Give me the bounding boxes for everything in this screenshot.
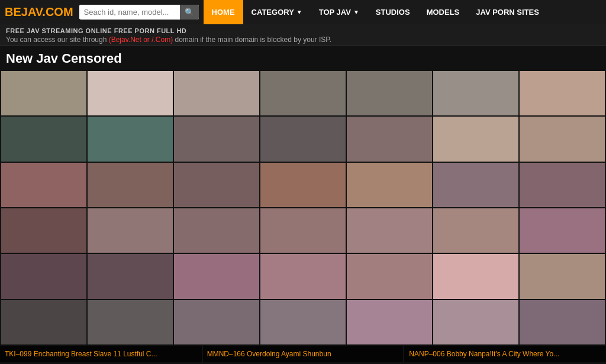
bottom-title-item[interactable]: NANP–006 Bobby Nanpa!It's A City Where Y… [404, 346, 606, 362]
banner-sub-text: You can access our site through (Bejav.N… [6, 36, 600, 44]
mosaic-cell[interactable] [260, 208, 346, 253]
mosaic-cell[interactable] [433, 163, 518, 207]
bottom-title-item[interactable]: MMND–166 Overdoing Ayami Shunbun [202, 346, 405, 362]
mosaic-cell[interactable] [260, 71, 346, 115]
mosaic-cell[interactable] [260, 300, 346, 344]
mosaic-cell[interactable] [1, 117, 86, 161]
mosaic-cell[interactable] [433, 300, 518, 344]
bottom-titles-bar: TKI–099 Enchanting Breast Slave 11 Lustf… [0, 346, 606, 362]
mosaic-cell[interactable] [1, 208, 86, 253]
search-wrap: 🔍 [79, 5, 199, 20]
chevron-down-icon: ▼ [296, 9, 302, 15]
mosaic-cell[interactable] [174, 208, 259, 253]
mosaic-cell[interactable] [433, 208, 518, 253]
search-input[interactable] [79, 5, 180, 19]
mosaic-cell[interactable] [174, 254, 259, 298]
mosaic-grid [0, 70, 606, 346]
mosaic-cell[interactable] [88, 254, 173, 298]
mosaic-cell[interactable] [347, 254, 432, 298]
mosaic-cell[interactable] [433, 254, 518, 298]
mosaic-cell[interactable] [433, 117, 518, 161]
mosaic-cell[interactable] [347, 163, 432, 207]
chevron-down-icon: ▼ [353, 9, 359, 15]
mosaic-cell[interactable] [174, 117, 259, 161]
mosaic-cell[interactable] [1, 300, 86, 344]
mosaic-cell[interactable] [260, 163, 346, 207]
mosaic-cell[interactable] [520, 71, 605, 115]
content-area: TKI–099 Enchanting Breast Slave 11 Lustf… [0, 70, 606, 362]
mosaic-cell[interactable] [347, 117, 432, 161]
mosaic-cell[interactable] [520, 254, 605, 298]
mosaic-cell[interactable] [88, 208, 173, 253]
mosaic-cell[interactable] [1, 71, 86, 115]
banner-sub-before: You can access our site through [6, 36, 109, 44]
navbar: BEJAV.COM 🔍 HOMECATEGORY ▼TOP JAV ▼STUDI… [0, 0, 606, 24]
mosaic-cell[interactable] [174, 163, 259, 207]
section-title: New Jav Censored [0, 46, 606, 70]
mosaic-cell[interactable] [347, 208, 432, 253]
mosaic-cell[interactable] [520, 163, 605, 207]
nav-item-studios[interactable]: STUDIOS [368, 0, 418, 24]
mosaic-cell[interactable] [520, 300, 605, 344]
site-logo[interactable]: BEJAV.COM [5, 5, 73, 19]
nav-item-models[interactable]: MODELS [418, 0, 468, 24]
nav-item-category[interactable]: CATEGORY ▼ [243, 0, 311, 24]
mosaic-cell[interactable] [88, 117, 173, 161]
nav-item-jav-porn-sites[interactable]: JAV PORN SITES [468, 0, 547, 24]
mosaic-cell[interactable] [433, 71, 518, 115]
mosaic-cell[interactable] [88, 300, 173, 344]
nav-items: HOMECATEGORY ▼TOP JAV ▼STUDIOSMODELSJAV … [204, 0, 547, 24]
banner: FREE JAV STREAMING ONLINE FREE PORN FULL… [0, 24, 606, 46]
nav-item-home[interactable]: HOME [204, 0, 243, 24]
mosaic-cell[interactable] [347, 71, 432, 115]
banner-sub-after: domain if the main domain is blocked by … [173, 36, 331, 44]
mosaic-cell[interactable] [347, 300, 432, 344]
mosaic-cell[interactable] [520, 208, 605, 253]
mosaic-cell[interactable] [260, 117, 346, 161]
mosaic-cell[interactable] [88, 163, 173, 207]
mosaic-cell[interactable] [174, 71, 259, 115]
banner-top-text: FREE JAV STREAMING ONLINE FREE PORN FULL… [6, 27, 600, 34]
banner-sub-link[interactable]: (Bejav.Net or /.Com) [109, 36, 173, 44]
mosaic-cell[interactable] [174, 300, 259, 344]
mosaic-cell[interactable] [1, 254, 86, 298]
nav-item-top-jav[interactable]: TOP JAV ▼ [311, 0, 368, 24]
mosaic-cell[interactable] [88, 71, 173, 115]
mosaic-cell[interactable] [1, 163, 86, 207]
mosaic-cell[interactable] [260, 254, 346, 298]
search-button[interactable]: 🔍 [180, 5, 199, 20]
bottom-title-item[interactable]: TKI–099 Enchanting Breast Slave 11 Lustf… [0, 346, 202, 362]
mosaic-cell[interactable] [520, 117, 605, 161]
